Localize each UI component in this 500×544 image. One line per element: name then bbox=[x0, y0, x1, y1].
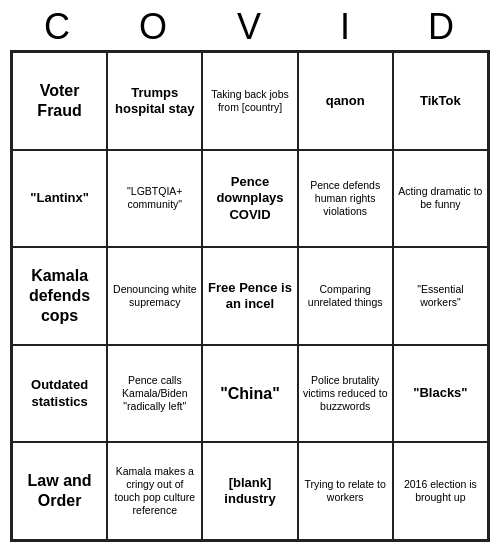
bingo-cell-r0-c2[interactable]: Taking back jobs from [country] bbox=[202, 52, 297, 150]
bingo-cell-r1-c1[interactable]: "LGBTQIA+ community" bbox=[107, 150, 202, 248]
bingo-cell-r0-c0[interactable]: Voter Fraud bbox=[12, 52, 107, 150]
title-letter-i: I bbox=[302, 6, 390, 48]
title-letter-d: D bbox=[398, 6, 486, 48]
bingo-cell-r4-c2[interactable]: [blank] industry bbox=[202, 442, 297, 540]
bingo-cell-r1-c2[interactable]: Pence downplays COVID bbox=[202, 150, 297, 248]
bingo-cell-r3-c3[interactable]: Police brutality victims reduced to buzz… bbox=[298, 345, 393, 443]
bingo-cell-r4-c1[interactable]: Kamala makes a cringy out of touch pop c… bbox=[107, 442, 202, 540]
bingo-cell-r2-c0[interactable]: Kamala defends cops bbox=[12, 247, 107, 345]
bingo-cell-r4-c4[interactable]: 2016 election is brought up bbox=[393, 442, 488, 540]
bingo-cell-r4-c3[interactable]: Trying to relate to workers bbox=[298, 442, 393, 540]
bingo-cell-r1-c0[interactable]: "Lantinx" bbox=[12, 150, 107, 248]
bingo-cell-r3-c1[interactable]: Pence calls Kamala/Biden "radically left… bbox=[107, 345, 202, 443]
bingo-cell-r3-c4[interactable]: "Blacks" bbox=[393, 345, 488, 443]
bingo-cell-r1-c4[interactable]: Acting dramatic to be funny bbox=[393, 150, 488, 248]
title-letter-o: O bbox=[110, 6, 198, 48]
bingo-cell-r2-c4[interactable]: "Essential workers" bbox=[393, 247, 488, 345]
bingo-cell-r2-c3[interactable]: Comparing unrelated things bbox=[298, 247, 393, 345]
bingo-cell-r4-c0[interactable]: Law and Order bbox=[12, 442, 107, 540]
title-letter-c: C bbox=[14, 6, 102, 48]
bingo-cell-r3-c0[interactable]: Outdated statistics bbox=[12, 345, 107, 443]
bingo-cell-r0-c3[interactable]: qanon bbox=[298, 52, 393, 150]
bingo-grid: Voter FraudTrumps hospital stayTaking ba… bbox=[10, 50, 490, 542]
bingo-cell-r0-c4[interactable]: TikTok bbox=[393, 52, 488, 150]
bingo-cell-r2-c2[interactable]: Free Pence is an incel bbox=[202, 247, 297, 345]
bingo-cell-r3-c2[interactable]: "China" bbox=[202, 345, 297, 443]
bingo-cell-r2-c1[interactable]: Denouncing white supremacy bbox=[107, 247, 202, 345]
bingo-cell-r1-c3[interactable]: Pence defends human rights violations bbox=[298, 150, 393, 248]
bingo-cell-r0-c1[interactable]: Trumps hospital stay bbox=[107, 52, 202, 150]
title-letter-v: V bbox=[206, 6, 294, 48]
bingo-title: C O V I D bbox=[10, 0, 490, 50]
